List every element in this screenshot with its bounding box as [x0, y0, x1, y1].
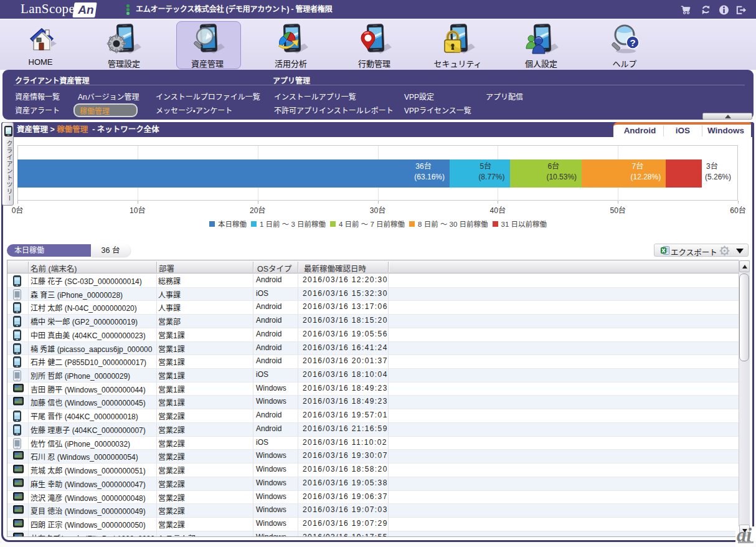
svg-text:?: ?	[630, 37, 635, 48]
